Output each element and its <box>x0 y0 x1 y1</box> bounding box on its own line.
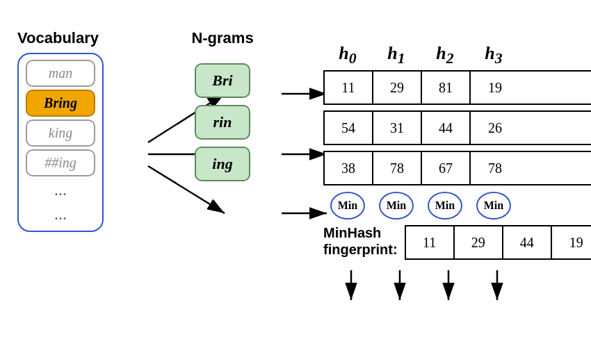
hash-header-h1: h1 <box>372 43 421 67</box>
diagram: Vocabulary man Bring king ##ing ... ... … <box>10 12 581 352</box>
minhash-row: 11 29 44 19 <box>405 225 591 260</box>
min-label-3: Min <box>476 192 511 220</box>
vocabulary-section: Vocabulary man Bring king ##ing ... ... <box>17 29 143 232</box>
hash-cell-0-2: 81 <box>422 72 471 104</box>
hash-row-1: 54 31 44 26 <box>323 110 591 145</box>
hash-cell-2-0: 38 <box>325 152 373 184</box>
hash-cell-1-2: 44 <box>422 112 471 144</box>
hash-cell-0-0: 11 <box>325 72 373 104</box>
min-label-0: Min <box>330 192 365 220</box>
hash-header-h3: h3 <box>469 43 518 67</box>
vocab-dots-2: ... <box>26 204 95 225</box>
minhash-label: MinHashfingerprint: <box>323 224 398 258</box>
min-circle-2: Min <box>421 190 469 222</box>
hash-cell-2-2: 67 <box>422 152 471 184</box>
vocabulary-list: man Bring king ##ing ... ... <box>17 53 104 232</box>
min-circle-1: Min <box>372 190 421 222</box>
hash-cell-2-1: 78 <box>373 152 422 184</box>
minhash-cell-3: 19 <box>552 226 591 258</box>
hash-rows: 11 29 81 19 54 31 44 26 38 78 67 78 <box>323 70 591 185</box>
ngrams-section: N-grams Bri rin ing <box>177 29 268 181</box>
hash-cell-2-3: 78 <box>471 152 519 184</box>
vocab-item-man: man <box>26 60 95 87</box>
ngram-ing: ing <box>195 147 250 181</box>
hash-cell-1-0: 54 <box>325 112 373 144</box>
hash-headers: h0 h1 h2 h3 <box>323 43 591 67</box>
hash-cell-0-3: 19 <box>471 72 519 104</box>
vocab-item-bring: Bring <box>26 90 95 117</box>
min-label-1: Min <box>379 192 414 220</box>
minhash-bottom: MinHashfingerprint: 11 29 44 19 <box>323 224 591 260</box>
min-circle-0: Min <box>323 190 372 222</box>
hash-cell-1-3: 26 <box>471 112 519 144</box>
ngrams-title: N-grams <box>191 29 253 47</box>
ngram-bri: Bri <box>195 63 250 98</box>
hash-row-0: 11 29 81 19 <box>323 70 591 105</box>
hash-section: h0 h1 h2 h3 11 29 81 19 54 31 44 26 38 7… <box>323 43 591 260</box>
min-circle-3: Min <box>469 190 518 222</box>
vocab-item-hhing: ##ing <box>26 149 95 176</box>
hash-row-2: 38 78 67 78 <box>323 151 591 185</box>
minhash-cell-0: 11 <box>406 226 455 258</box>
min-row: Min Min Min Min <box>323 190 591 222</box>
hash-header-h2: h2 <box>421 43 469 67</box>
hash-header-h0: h0 <box>323 43 372 67</box>
vocab-item-king: king <box>26 119 95 147</box>
ngram-rin: rin <box>195 105 250 140</box>
vocab-dots-1: ... <box>26 179 95 201</box>
minhash-cell-1: 29 <box>455 226 503 258</box>
ngram-boxes: Bri rin ing <box>195 63 250 181</box>
hash-cell-0-1: 29 <box>373 72 422 104</box>
vocabulary-title: Vocabulary <box>17 29 99 47</box>
min-label-2: Min <box>428 192 462 220</box>
minhash-cell-2: 44 <box>503 226 552 258</box>
hash-cell-1-1: 31 <box>373 112 422 144</box>
